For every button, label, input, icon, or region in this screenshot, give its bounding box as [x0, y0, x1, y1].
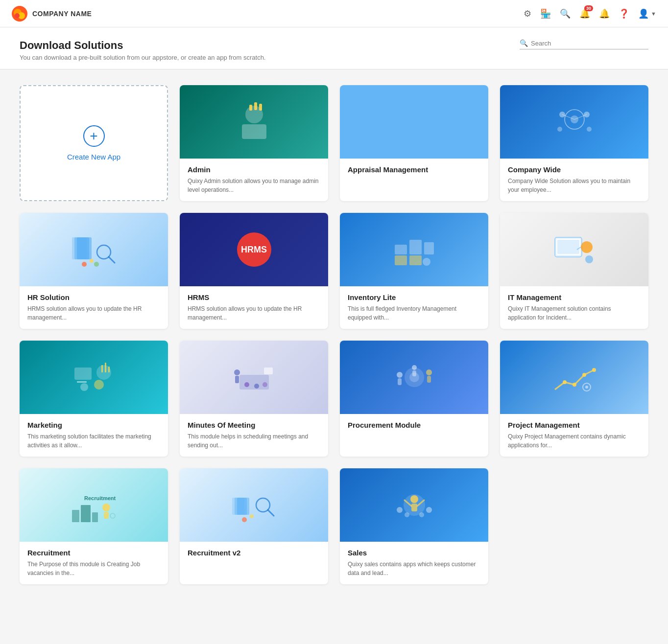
app-card-recruitment2[interactable]: Recruitment v2 — [180, 468, 328, 584]
marketing-card-body: Marketing This marketing solution facili… — [20, 414, 168, 457]
app-card-inventory[interactable]: Inventory Lite This is full fledged Inve… — [340, 213, 488, 329]
app-card-appraisal[interactable]: Appraisal Management — [340, 85, 488, 201]
svg-line-77 — [268, 510, 274, 516]
search-box[interactable]: 🔍 — [520, 39, 648, 49]
app-card-sales[interactable]: Sales Quixy sales contains apps which ke… — [340, 468, 488, 584]
sales-card-body: Sales Quixy sales contains apps which ke… — [340, 542, 488, 584]
svg-rect-71 — [104, 512, 109, 519]
minutes-card-desc: This module helps in scheduling meetings… — [188, 432, 320, 450]
help-icon[interactable]: ❓ — [619, 8, 629, 19]
logo-area: COMPANY NAME — [12, 6, 92, 22]
appraisal-card-body: Appraisal Management — [340, 159, 488, 184]
app-card-procurement[interactable]: Procurement Module — [340, 341, 488, 457]
svg-point-49 — [244, 382, 249, 387]
svg-rect-37 — [74, 368, 92, 380]
app-card-hrms[interactable]: HRMS HRMS HRMS solution allows you to up… — [180, 213, 328, 329]
company-card-desc: Company Wide Solution allows you to main… — [508, 177, 641, 194]
svg-point-87 — [405, 512, 409, 517]
it-card-body: IT Management Quixy IT Management soluti… — [500, 286, 648, 329]
create-new-app-card[interactable]: + Create New App — [20, 85, 168, 201]
appraisal-card-image — [340, 85, 488, 159]
svg-rect-43 — [105, 363, 106, 372]
app-card-marketing[interactable]: Marketing This marketing solution facili… — [20, 341, 168, 457]
svg-rect-68 — [81, 505, 91, 522]
inventory-card-image — [340, 213, 488, 286]
svg-point-51 — [262, 382, 267, 387]
svg-point-14 — [587, 127, 592, 132]
svg-rect-27 — [424, 242, 434, 254]
svg-rect-47 — [235, 376, 239, 383]
recruitment-card-image: Recruitment — [20, 468, 168, 542]
svg-point-70 — [102, 504, 110, 511]
svg-point-54 — [397, 372, 403, 378]
inventory-illustration — [340, 213, 488, 286]
recruitment2-card-body: Recruitment v2 — [180, 542, 328, 567]
search-input[interactable] — [531, 40, 648, 47]
svg-rect-45 — [239, 375, 269, 390]
procurement-illustration — [340, 341, 488, 414]
hrms-circle: HRMS — [237, 232, 271, 267]
minutes-card-title: Minutes Of Meeting — [188, 421, 320, 429]
svg-point-60 — [563, 380, 567, 384]
recruitment-card-desc: The Purpose of this module is Creating J… — [27, 560, 160, 577]
inventory-card-body: Inventory Lite This is full fledged Inve… — [340, 286, 488, 329]
notifications-icon[interactable]: 🔔 30 — [579, 8, 590, 19]
svg-point-39 — [94, 380, 104, 390]
app-card-project[interactable]: Project Management Quixy Project Managem… — [500, 341, 648, 457]
settings-icon[interactable]: ⚙ — [524, 8, 531, 19]
svg-point-72 — [110, 513, 115, 518]
svg-point-35 — [585, 255, 593, 263]
app-card-admin[interactable]: Admin Quixy Admin solution allows you to… — [180, 85, 328, 201]
hrms-illustration: HRMS — [180, 213, 328, 286]
company-card-image — [500, 85, 648, 159]
svg-rect-69 — [92, 512, 98, 522]
svg-point-30 — [423, 258, 430, 266]
svg-line-21 — [109, 257, 115, 263]
svg-rect-8 — [259, 104, 262, 111]
svg-rect-33 — [557, 240, 579, 254]
app-card-company[interactable]: Company Wide Company Wide Solution allow… — [500, 85, 648, 201]
page-title: Download Solutions — [20, 39, 265, 52]
recruitment-card-title: Recruitment — [27, 549, 160, 557]
svg-rect-25 — [395, 245, 407, 254]
app-card-recruitment[interactable]: Recruitment Recruitment The Purpo — [20, 468, 168, 584]
header-actions: ⚙ 🏪 🔍 🔔 30 🔔 ❓ 👤 ▼ — [524, 8, 656, 19]
admin-illustration — [180, 85, 328, 159]
search-box-icon: 🔍 — [520, 39, 528, 47]
store-icon[interactable]: 🏪 — [540, 8, 551, 19]
global-search-icon[interactable]: 🔍 — [560, 8, 571, 19]
svg-point-81 — [410, 495, 418, 503]
svg-point-22 — [82, 262, 87, 267]
app-card-hr[interactable]: HR Solution HRMS solution allows you to … — [20, 213, 168, 329]
svg-point-50 — [254, 384, 259, 389]
user-avatar[interactable]: 👤 ▼ — [638, 8, 656, 19]
project-card-title: Project Management — [508, 421, 641, 429]
sales-illustration — [340, 468, 488, 542]
page-header: Download Solutions You can download a pr… — [0, 27, 668, 69]
app-card-it[interactable]: IT Management Quixy IT Management soluti… — [500, 213, 648, 329]
svg-rect-75 — [237, 498, 249, 515]
project-card-body: Project Management Quixy Project Managem… — [500, 414, 648, 457]
svg-point-46 — [234, 369, 240, 375]
svg-point-79 — [250, 514, 254, 518]
alerts-icon[interactable]: 🔔 — [599, 8, 610, 19]
user-icon: 👤 — [638, 8, 649, 19]
svg-rect-19 — [77, 237, 92, 259]
company-illustration — [500, 85, 648, 159]
svg-rect-41 — [77, 381, 87, 383]
it-illustration — [500, 213, 648, 286]
svg-point-56 — [426, 369, 432, 375]
apps-grid: + Create New App Admin Quixy Admin s — [20, 85, 648, 584]
hr-card-image — [20, 213, 168, 286]
marketing-card-title: Marketing — [27, 421, 160, 429]
app-card-minutes[interactable]: Minutes Of Meeting This module helps in … — [180, 341, 328, 457]
hr-card-title: HR Solution — [27, 293, 160, 301]
main-content: + Create New App Admin Quixy Admin s — [0, 69, 668, 600]
svg-rect-29 — [409, 255, 422, 265]
page-subtitle: You can download a pre-built solution fr… — [20, 54, 265, 61]
svg-rect-67 — [72, 510, 79, 522]
svg-rect-44 — [108, 367, 110, 372]
procurement-card-title: Procurement Module — [348, 421, 480, 429]
hrms-card-desc: HRMS solution allows you to update the H… — [188, 304, 320, 322]
notification-badge: 30 — [584, 5, 593, 11]
